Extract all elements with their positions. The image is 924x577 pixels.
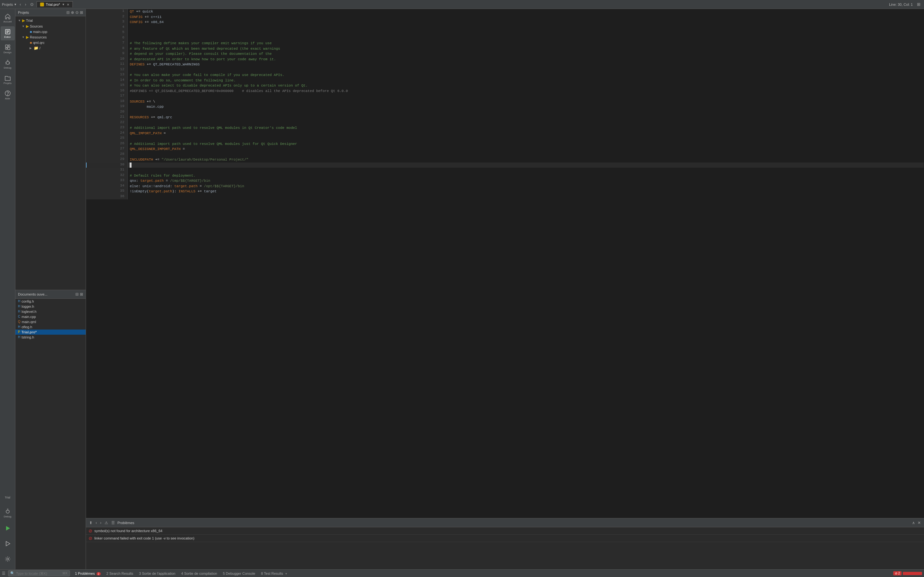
sync-button[interactable]: ⊙ (29, 1, 35, 7)
next-error-button[interactable]: › (99, 520, 102, 526)
line-num-35: 35 (86, 189, 128, 194)
sidebar-item-accueil[interactable]: Accueil (1, 11, 15, 25)
doc-item-trialpro[interactable]: P Trial.pro* (15, 330, 86, 335)
tree-arrow-sources: ▼ (22, 25, 25, 28)
close-panel-button[interactable]: ✕ (917, 520, 921, 526)
filter-icon[interactable]: ⊟ (66, 10, 69, 15)
doc-label-configh: config.h (21, 300, 34, 303)
active-tab[interactable]: Trial.pro* ▼ ✕ (37, 1, 73, 7)
doc-item-oflogh[interactable]: H oflog.h (15, 324, 86, 330)
status-tab-sortieapp[interactable]: 3 Sortie de l'application (136, 571, 178, 576)
split-view-button[interactable]: ⊞ (915, 1, 922, 7)
error-item-1[interactable]: ⊘ symbol(s) not found for architecture x… (86, 527, 924, 535)
link-icon[interactable]: ⊕ (71, 10, 74, 15)
tab-close-button[interactable]: ✕ (67, 3, 69, 6)
line-content-29: INCLUDEPATH += "/Users/laurah/Desktop/Pe… (128, 157, 924, 163)
doc-item-configh[interactable]: H config.h (15, 299, 86, 304)
sidebar-item-editer[interactable]: Éditer (1, 26, 15, 40)
cpp-icon-maincpp: ■ (30, 30, 32, 34)
svg-point-15 (7, 558, 9, 560)
tree-item-sources[interactable]: ▼ ▶ Sources (15, 23, 86, 29)
sidebar-item-build[interactable] (1, 537, 15, 551)
debug-bottom-icon (5, 508, 11, 514)
collapse-button[interactable]: ∧ (911, 520, 916, 526)
sync-icon[interactable]: ⊙ (75, 10, 79, 15)
line-num-19: 19 (86, 104, 128, 110)
expand-icon[interactable]: ⊞ (80, 10, 83, 15)
sidebar-toggle-button[interactable]: ☰ (2, 571, 5, 576)
tree-item-slash[interactable]: ▶ 📁 / (15, 45, 86, 51)
open-docs-icon2[interactable]: ⊞ (80, 292, 83, 297)
line-content-24: QML_IMPORT_PATH = (128, 131, 924, 136)
help-icon (5, 90, 11, 97)
line-col-info: Line: 30, Col: 1 (889, 3, 913, 6)
back-button[interactable]: ‹ (18, 1, 23, 7)
forward-button[interactable]: › (23, 1, 28, 7)
line-num-25: 25 (86, 136, 128, 141)
code-line-30: 30 (86, 163, 924, 168)
doc-item-maincpp2[interactable]: C main.cpp (15, 314, 86, 319)
status-bar: ☰ 🔍 ⌘K 1 Problèmes 2 2 Search Results 3 … (0, 569, 924, 577)
doc-item-loggerh[interactable]: H logger.h (15, 304, 86, 309)
sidebar-item-design[interactable]: Design (1, 42, 15, 56)
tree-item-maincpp[interactable]: ■ main.cpp (15, 29, 86, 34)
doc-item-loglevh[interactable]: H loglevel.h (15, 309, 86, 314)
tab-bar: Trial.pro* ▼ ✕ (37, 1, 888, 7)
filter-up-button[interactable]: ⬆ (89, 520, 93, 526)
line-num-7: 7 (86, 41, 128, 46)
line-num-14: 14 (86, 78, 128, 83)
svg-marker-12 (6, 526, 10, 530)
status-search[interactable]: 🔍 ⌘K (8, 570, 70, 576)
doc-item-mainqml[interactable]: Q main.qml (15, 319, 86, 324)
line-content-28 (128, 152, 924, 157)
error-count: 2 (898, 572, 900, 575)
code-line-7: 7 # The following define makes your comp… (86, 41, 924, 46)
bottom-panel-header: ⬆ ‹ › ⚠ ☰ Problèmes ∧ ✕ (86, 518, 924, 527)
folder-icon-trial: ▶ (22, 18, 25, 23)
code-line-17: 17 (86, 93, 924, 99)
line-num-5: 5 (86, 30, 128, 35)
line-content-22 (128, 120, 924, 126)
sidebar-item-projets[interactable]: Projets (1, 73, 15, 87)
sidebar-item-debug-bottom[interactable]: Debug (1, 506, 15, 520)
line-content-21: RESOURCES += qml.qrc (128, 115, 924, 120)
prev-error-button[interactable]: ‹ (95, 520, 97, 526)
run-icon (5, 525, 11, 532)
projects-dropdown[interactable]: Projets ▼ (2, 3, 17, 6)
tree-item-qmlqrc[interactable]: ■ qml.qrc (15, 40, 86, 45)
sidebar-item-debug[interactable]: Debug (1, 57, 15, 71)
code-line-21: 21 RESOURCES += qml.qrc (86, 115, 924, 120)
open-docs-icon1[interactable]: ⊟ (75, 292, 79, 297)
code-line-20: 20 (86, 110, 924, 115)
sidebar-item-run[interactable] (1, 521, 15, 535)
sidebar-item-settings[interactable] (1, 552, 15, 566)
code-editor[interactable]: 1 QT += quick 2 CONFIG += c++11 3 CONFIG… (86, 9, 924, 518)
code-line-13: 13 # You can also make your code fail to… (86, 73, 924, 78)
tab-num-2: 2 (107, 572, 110, 575)
status-tab-sortiecomp[interactable]: 4 Sortie de compilation (179, 571, 220, 576)
projects-label: Projets (2, 3, 13, 6)
sidebar-item-trial[interactable]: Trial (1, 490, 15, 504)
sidebar-item-aide[interactable]: Aide (1, 88, 15, 102)
doc-item-tstringh[interactable]: H tstring.h (15, 335, 86, 340)
status-tab-problemes[interactable]: 1 Problèmes 2 (73, 571, 103, 576)
h-icon-tstringh: H (18, 335, 20, 339)
tab-file-icon (40, 3, 44, 6)
tab-dropdown-icon[interactable]: ▼ (62, 3, 65, 6)
tree-item-resources[interactable]: ▼ ▶ Resources (15, 34, 86, 40)
warning-filter-button[interactable]: ⚠ (104, 520, 109, 526)
h-icon-loggerh: H (18, 305, 20, 308)
status-tab-search[interactable]: 2 Search Results (104, 571, 136, 576)
status-tab-debugger[interactable]: 5 Debugger Console (220, 571, 258, 576)
tree-item-trial[interactable]: ▼ ▶ Trial (15, 18, 86, 23)
code-line-1: 1 QT += quick (86, 9, 924, 15)
line-num-33: 33 (86, 178, 128, 184)
line-num-2: 2 (86, 15, 128, 20)
error-item-2[interactable]: ⊘ linker command failed with exit code 1… (86, 535, 924, 542)
status-tab-test[interactable]: 8 Test Results ▼ (258, 571, 290, 576)
settings-filter-button[interactable]: ☰ (111, 520, 115, 526)
search-input[interactable] (16, 572, 61, 575)
line-num-1: 1 (86, 9, 128, 15)
editor-area: 1 QT += quick 2 CONFIG += c++11 3 CONFIG… (86, 9, 924, 569)
tab-num-8: 8 (261, 572, 264, 575)
